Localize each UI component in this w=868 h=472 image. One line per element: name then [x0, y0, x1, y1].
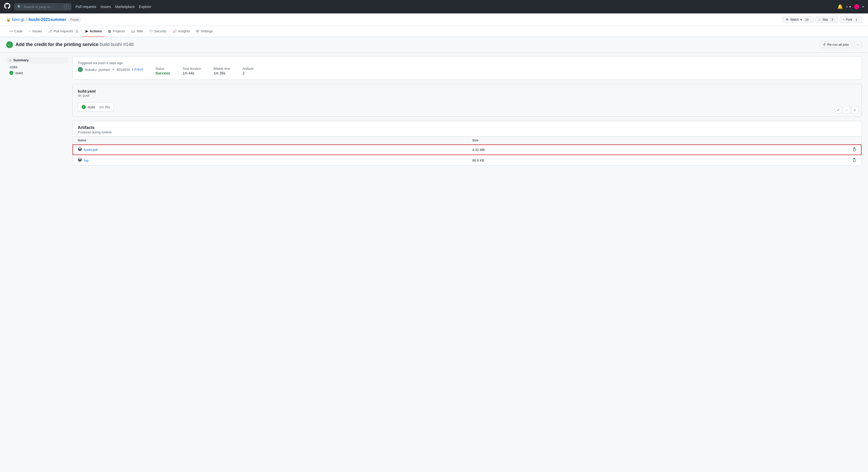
billable-info: Billable time 1m 35s: [213, 67, 230, 75]
workflow-filename: build.yaml: [78, 89, 857, 93]
trigger-info: Triggered via push 4 days ago: [78, 61, 857, 65]
total-duration: 1m 44s: [182, 71, 201, 75]
artifact-size-log: 96.8 KB: [467, 155, 709, 166]
eye-icon: 👁: [785, 18, 789, 22]
pr-icon: ⎇: [48, 29, 52, 33]
tab-settings[interactable]: ⚙ Settings: [193, 26, 216, 37]
commit-hash: 801d934: [117, 68, 130, 71]
status-badge: Success: [155, 71, 170, 75]
pusher-avatar: [78, 67, 83, 72]
graph-zoom-out-button[interactable]: −: [843, 106, 850, 114]
job-node-build[interactable]: ✓ build 1m 35s: [78, 102, 114, 111]
fork-count: 1: [854, 18, 859, 22]
billable-time: 1m 35s: [213, 71, 230, 75]
artifacts-count: 2: [243, 71, 254, 75]
artifacts-subtitle: Produced during runtime: [78, 130, 857, 134]
topnav-pull-requests[interactable]: Pull requests: [75, 5, 96, 9]
topnav-issues[interactable]: Issues: [100, 5, 111, 9]
tab-actions[interactable]: ▶ Actions: [83, 26, 105, 37]
repo-action-buttons: 👁 Watch ▾ 19 ☆ Star 3 ⑂ Fork 1: [783, 17, 862, 23]
artifact-row-log: log 96.8 KB: [72, 155, 862, 166]
build-success-icon: ✓: [9, 71, 13, 75]
workflow-graph-card: build.yaml on: push ✓ build 1m 35s ⤢ − +: [72, 84, 862, 117]
topnav-explore[interactable]: Explore: [139, 5, 151, 9]
rerun-all-jobs-button[interactable]: ↺ Re-run all jobs: [819, 41, 852, 48]
tab-wiki[interactable]: 📖 Wiki: [128, 26, 146, 37]
pusher-info: ikubaku pushed ⊸ 801d934 2.0.0rc4: [78, 67, 143, 72]
page-title: Add the credit for the printing service …: [16, 42, 133, 47]
tab-code[interactable]: <> Code: [6, 26, 26, 37]
tab-pull-requests[interactable]: ⎇ Pull requests 1: [45, 26, 83, 37]
repo-navigation: <> Code ○ Issues ⎇ Pull requests 1 ▶ Act…: [0, 26, 868, 37]
artifact-package-icon: [78, 147, 82, 152]
artifact-name-cell-bushi-pdf: bushi.pdf: [72, 145, 467, 155]
tab-issues[interactable]: ○ Issues: [26, 26, 45, 37]
more-icon: ···: [857, 43, 860, 47]
search-box[interactable]: 🔍 Search or jump to... /: [14, 3, 71, 10]
security-icon: 🛡: [149, 29, 153, 33]
visibility-badge: Private: [68, 18, 81, 22]
fork-button[interactable]: ⑂ Fork 1: [840, 17, 862, 23]
fork-icon: ⑂: [843, 18, 844, 22]
artifacts-title: Artifacts: [78, 125, 857, 130]
artifact-name-cell-log: log: [72, 155, 467, 166]
artifact-size-bushi-pdf: 4.33 MB: [467, 145, 709, 155]
artifact-bushi-pdf-link[interactable]: bushi.pdf: [84, 148, 98, 152]
delete-log-button[interactable]: [852, 158, 857, 163]
artifact-log-link[interactable]: log: [84, 158, 88, 162]
workflow-status-icon: ✓: [6, 41, 13, 48]
job-node-success-icon: ✓: [82, 105, 86, 109]
workflow-trigger: on: push: [78, 94, 857, 97]
notifications-icon[interactable]: 🔔: [837, 4, 843, 9]
artifacts-header: Artifacts Produced during runtime: [72, 121, 862, 136]
duration-info: Total duration 1m 44s: [182, 67, 201, 75]
top-navigation: 🔍 Search or jump to... / Pull requests I…: [0, 0, 868, 13]
artifacts-info: Artifacts 2: [243, 67, 254, 75]
wiki-icon: 📖: [131, 29, 135, 33]
build-ref: build bushi #148: [100, 42, 133, 47]
artifacts-table-header: Name Size: [72, 137, 862, 145]
main-content: Triggered via push 4 days ago ikubaku pu…: [68, 53, 862, 170]
graph-expand-button[interactable]: ⤢: [835, 106, 842, 114]
watch-button[interactable]: 👁 Watch ▾ 19: [783, 17, 813, 23]
topnav-marketplace[interactable]: Marketplace: [115, 5, 134, 9]
rerun-icon: ↺: [823, 43, 826, 47]
tab-projects[interactable]: ▦ Projects: [105, 26, 128, 37]
tab-insights[interactable]: 📈 Insights: [169, 26, 193, 37]
more-options-button[interactable]: ···: [854, 41, 862, 48]
pusher-name: ikubaku: [85, 68, 97, 71]
code-icon: <>: [9, 29, 13, 33]
tab-security[interactable]: 🛡 Security: [146, 26, 169, 37]
star-button[interactable]: ☆ Star 3: [815, 17, 838, 23]
repo-owner-link[interactable]: kmc-jp: [12, 17, 24, 22]
workflow-title-section: ✓ Add the credit for the printing servic…: [6, 41, 133, 48]
user-menu-chevron-icon[interactable]: ▾: [862, 5, 864, 8]
pr-count: 1: [75, 29, 79, 33]
settings-icon: ⚙: [196, 29, 199, 33]
repo-header: 🔒 kmc-jp / bushi-2021summer Private 👁 Wa…: [0, 13, 868, 26]
sidebar-item-summary[interactable]: ⌂ Summary: [6, 57, 68, 64]
github-logo-icon[interactable]: [4, 3, 10, 10]
workflow-title-bar: ✓ Add the credit for the printing servic…: [0, 37, 868, 53]
artifact-log-package-icon: [78, 158, 82, 163]
job-nodes-container: ✓ build 1m 35s: [78, 102, 857, 111]
col-name-header: Name: [72, 137, 467, 145]
new-item-button[interactable]: + ▾: [846, 5, 851, 9]
tag-link[interactable]: 2.0.0rc4: [132, 68, 143, 71]
workflow-action-buttons: ↺ Re-run all jobs ···: [819, 41, 862, 48]
sidebar: ⌂ Summary Jobs ✓ build: [6, 53, 68, 170]
user-avatar[interactable]: [854, 4, 859, 9]
topnav-links: Pull requests Issues Marketplace Explore: [75, 5, 151, 9]
sidebar-item-build[interactable]: ✓ build: [6, 70, 68, 76]
delete-bushi-pdf-button[interactable]: [852, 147, 857, 152]
search-shortcut: /: [64, 5, 68, 9]
artifact-delete-cell-log: [709, 155, 862, 166]
repo-name-link[interactable]: bushi-2021summer: [29, 17, 66, 22]
graph-zoom-in-button[interactable]: +: [851, 106, 859, 114]
star-icon: ☆: [818, 18, 821, 22]
home-icon: ⌂: [9, 58, 11, 62]
graph-controls: ⤢ − +: [835, 106, 859, 114]
artifact-delete-cell-bushi-pdf: [709, 145, 862, 155]
search-icon: 🔍: [17, 5, 22, 9]
breadcrumb: 🔒 kmc-jp / bushi-2021summer Private: [6, 17, 82, 22]
